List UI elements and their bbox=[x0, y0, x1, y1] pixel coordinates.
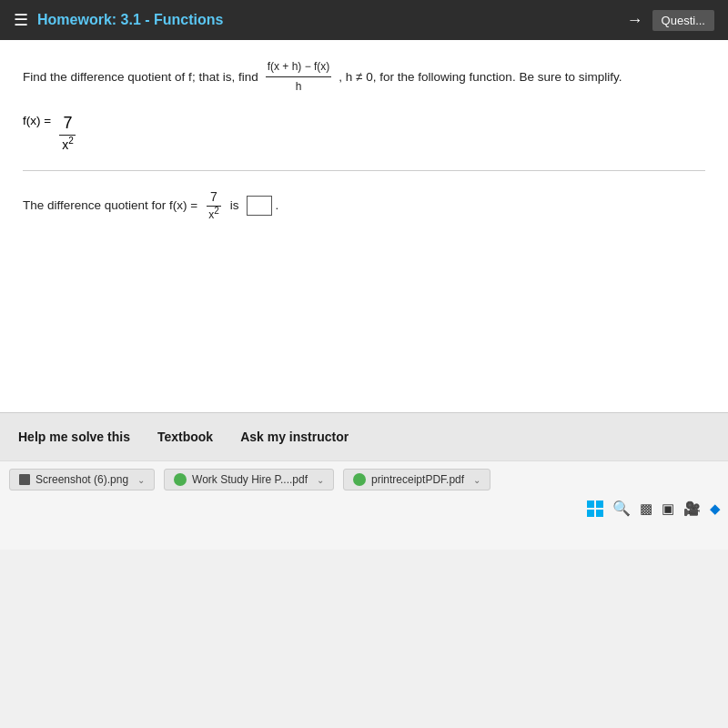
function-fraction: 7 x2 bbox=[58, 114, 77, 152]
file-caret-3[interactable]: ⌄ bbox=[473, 475, 480, 485]
file-name-3: printreceiptPDF.pdf bbox=[371, 473, 464, 486]
question-button[interactable]: Questi... bbox=[652, 10, 714, 31]
help-solve-button[interactable]: Help me solve this bbox=[18, 430, 130, 444]
function-definition: f(x) = 7 x2 bbox=[23, 114, 705, 152]
title-prefix: Homework: 3.1 - bbox=[37, 12, 154, 27]
dq-numerator: f(x + h) − f(x) bbox=[266, 58, 332, 77]
taskbar-system-row: 🔍 ▩ ▣ 🎥 ◆ bbox=[0, 498, 728, 519]
file-caret-1[interactable]: ⌄ bbox=[137, 475, 145, 485]
file-icon-1 bbox=[19, 474, 30, 485]
file-icon-2 bbox=[174, 473, 187, 486]
textbook-button[interactable]: Textbook bbox=[157, 430, 213, 444]
camera-icon[interactable]: 🎥 bbox=[683, 500, 701, 517]
browser-icon[interactable]: ◆ bbox=[710, 500, 721, 517]
intro-text-1: Find the difference quotient of f; that … bbox=[23, 67, 258, 87]
taskbar-files: Screenshot (6).png ⌄ Work Study Hire P..… bbox=[0, 461, 728, 498]
den-exp: 2 bbox=[68, 136, 74, 147]
file-name-1: Screenshot (6).png bbox=[35, 473, 128, 486]
file-caret-2[interactable]: ⌄ bbox=[317, 475, 324, 485]
dq-denominator: h bbox=[294, 77, 304, 96]
intro-text-2: , h ≠ 0, for the following function. Be … bbox=[339, 67, 622, 87]
taskbar-file-3[interactable]: printreceiptPDF.pdf ⌄ bbox=[343, 469, 490, 490]
main-content: Find the difference quotient of f; that … bbox=[0, 40, 728, 550]
bottom-panel: Help me solve this Textbook Ask my instr… bbox=[0, 412, 728, 460]
function-label: f(x) = bbox=[23, 114, 51, 127]
app-header: ☰ Homework: 3.1 - Functions → Questi... bbox=[0, 0, 728, 40]
answer-den-exp: 2 bbox=[214, 206, 219, 216]
function-numerator: 7 bbox=[59, 114, 76, 136]
svg-rect-1 bbox=[596, 500, 603, 508]
function-denominator: x2 bbox=[58, 136, 77, 152]
problem-statement: Find the difference quotient of f; that … bbox=[23, 58, 705, 96]
svg-rect-2 bbox=[587, 510, 594, 517]
svg-rect-3 bbox=[596, 510, 603, 517]
monitor-icon[interactable]: ▩ bbox=[640, 500, 652, 517]
cursor-icon: → bbox=[627, 11, 643, 30]
ask-instructor-button[interactable]: Ask my instructor bbox=[240, 430, 349, 444]
dq-fraction: f(x + h) − f(x) h bbox=[266, 58, 332, 96]
empty-space bbox=[23, 221, 705, 421]
answer-row: The difference quotient for f(x) = 7 x2 … bbox=[23, 189, 705, 221]
answer-input-box[interactable] bbox=[247, 196, 272, 216]
file-icon-3 bbox=[353, 473, 366, 486]
svg-rect-0 bbox=[587, 500, 594, 508]
divider bbox=[23, 170, 705, 171]
title-highlight: Functions bbox=[154, 12, 223, 27]
window-icon[interactable]: ▣ bbox=[662, 500, 674, 517]
windows-logo-icon[interactable] bbox=[587, 500, 603, 517]
menu-icon[interactable]: ☰ bbox=[14, 10, 28, 30]
taskbar-file-1[interactable]: Screenshot (6).png ⌄ bbox=[9, 469, 155, 490]
header-right: → Questi... bbox=[627, 10, 714, 31]
taskbar: Screenshot (6).png ⌄ Work Study Hire P..… bbox=[0, 460, 728, 550]
file-name-2: Work Study Hire P....pdf bbox=[192, 473, 308, 486]
answer-num: 7 bbox=[207, 189, 221, 207]
answer-den: x2 bbox=[205, 207, 223, 221]
taskbar-file-2[interactable]: Work Study Hire P....pdf ⌄ bbox=[164, 469, 334, 490]
answer-text-1: The difference quotient for f(x) = bbox=[23, 198, 197, 212]
period: . bbox=[276, 198, 279, 212]
search-icon[interactable]: 🔍 bbox=[612, 500, 631, 517]
answer-text-2: is bbox=[230, 198, 239, 212]
answer-fraction: 7 x2 bbox=[205, 189, 223, 221]
page-title: Homework: 3.1 - Functions bbox=[37, 12, 223, 28]
